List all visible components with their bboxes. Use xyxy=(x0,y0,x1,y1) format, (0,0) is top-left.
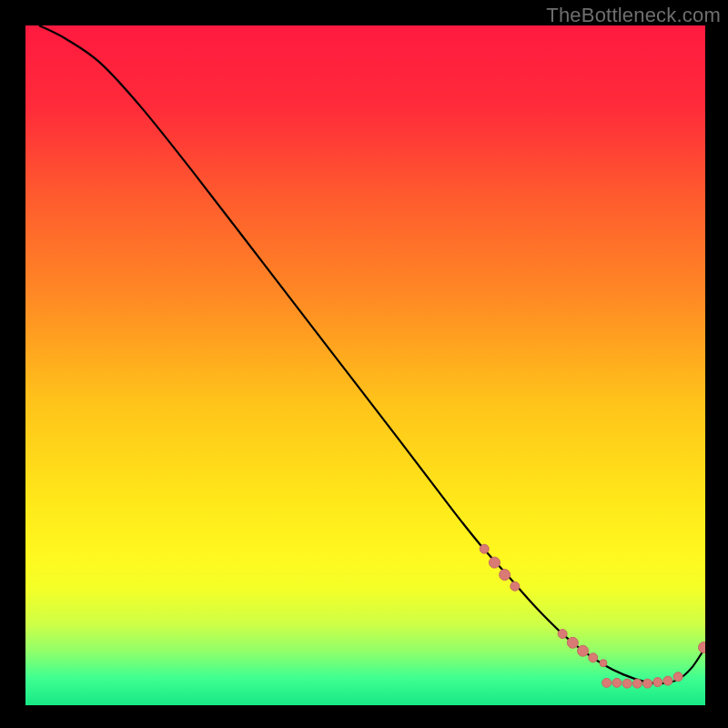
scatter-point xyxy=(500,570,511,581)
chart-frame xyxy=(25,25,705,705)
scatter-point xyxy=(600,660,607,667)
scatter-point xyxy=(643,679,652,688)
scatter-point xyxy=(589,653,598,662)
scatter-point xyxy=(578,645,589,656)
scatter-point xyxy=(567,637,578,648)
chart-plot xyxy=(25,25,705,705)
scatter-point xyxy=(558,630,567,639)
scatter-point xyxy=(663,676,672,685)
scatter-point xyxy=(632,679,642,688)
scatter-point xyxy=(602,678,612,687)
gradient-background xyxy=(25,25,705,705)
scatter-point xyxy=(511,581,520,591)
watermark-text: TheBottleneck.com xyxy=(546,4,721,27)
scatter-point xyxy=(622,679,632,688)
scatter-point xyxy=(673,672,682,682)
scatter-point xyxy=(653,678,662,687)
scatter-point xyxy=(612,678,622,687)
scatter-point xyxy=(699,642,705,653)
scatter-point xyxy=(489,557,500,568)
scatter-point xyxy=(480,544,489,553)
